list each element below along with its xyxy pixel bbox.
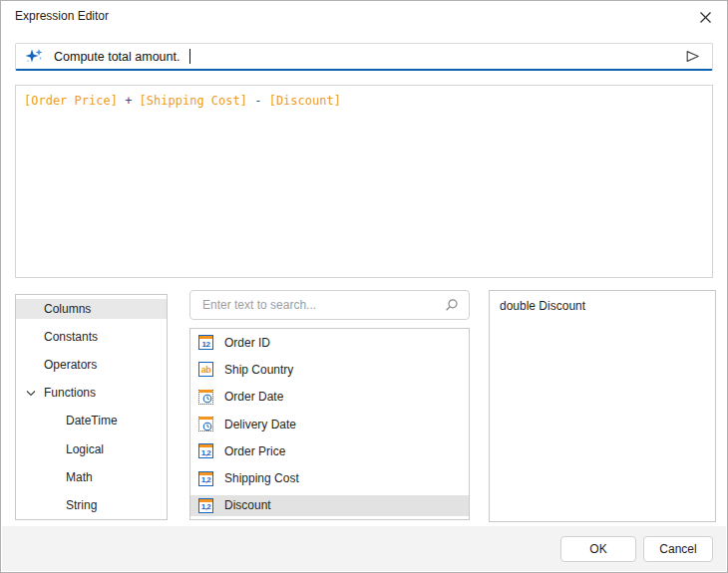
list-item-label: Shipping Cost — [224, 471, 299, 485]
tree-item-label: DateTime — [66, 414, 118, 428]
expression-column-token: [Discount] — [269, 94, 341, 108]
tree-item-label: Functions — [44, 386, 96, 400]
tree-item-columns[interactable]: Columns — [16, 295, 167, 323]
list-item-label: Discount — [224, 498, 271, 512]
tree-item-math[interactable]: Math — [16, 463, 167, 491]
list-item-order-date[interactable]: Order Date — [190, 384, 469, 411]
ai-prompt-input[interactable]: Compute total amount. — [15, 43, 713, 71]
list-item-shipping-cost[interactable]: 1,2 Shipping Cost — [190, 464, 469, 491]
list-item-order-id[interactable]: 12 Order ID — [190, 329, 469, 356]
expression-editor-dialog: Expression Editor Compute total amount. … — [0, 0, 728, 573]
search-box — [189, 290, 470, 320]
magnifier-icon[interactable] — [443, 297, 459, 313]
tree-item-datetime[interactable]: DateTime — [16, 407, 167, 434]
list-item-label: Ship Country — [224, 363, 293, 377]
expression-column-token: [Order Price] — [24, 94, 118, 108]
tree-item-string[interactable]: String — [16, 491, 167, 519]
close-button[interactable] — [693, 7, 717, 31]
date-column-icon — [198, 417, 213, 431]
integer-column-icon: 12 — [198, 335, 213, 350]
list-item-discount[interactable]: 1,2 Discount — [190, 492, 469, 519]
expression-operator-token: + — [118, 94, 140, 108]
cancel-button[interactable]: Cancel — [643, 536, 713, 562]
close-icon — [699, 10, 712, 28]
tree-item-label: String — [66, 498, 97, 512]
chevron-down-icon[interactable] — [25, 387, 37, 399]
ai-sparkles-icon — [25, 47, 44, 66]
expression-column-token: [Shipping Cost] — [140, 94, 247, 108]
list-item-label: Order Price — [224, 444, 285, 458]
item-description-text: double Discount — [500, 299, 585, 313]
search-input[interactable] — [200, 297, 437, 313]
string-column-icon: ab — [198, 362, 213, 377]
tree-item-label: Math — [66, 470, 93, 484]
expression-editor-area[interactable]: [Order Price] + [Shipping Cost] - [Disco… — [15, 85, 713, 278]
list-item-delivery-date[interactable]: Delivery Date — [190, 411, 469, 437]
tree-item-label: Operators — [44, 358, 97, 372]
dialog-title: Expression Editor — [15, 9, 109, 23]
date-column-icon — [198, 390, 213, 405]
category-tree: Columns Constants Operators Functions Da… — [15, 294, 168, 520]
send-button[interactable] — [681, 46, 703, 68]
item-description-panel: double Discount — [489, 290, 716, 522]
tree-item-label: Logical — [66, 442, 104, 456]
ai-prompt-text: Compute total amount. — [54, 50, 180, 64]
tree-item-label: Constants — [44, 330, 98, 344]
send-icon — [684, 48, 701, 65]
numeric-column-icon: 1,2 — [198, 471, 213, 486]
text-caret — [189, 49, 190, 64]
list-item-ship-country[interactable]: ab Ship Country — [190, 356, 469, 383]
columns-list: 12 Order ID ab Ship Country Order Date — [189, 328, 470, 520]
expression-operator-token: - — [247, 94, 269, 108]
numeric-column-icon: 1,2 — [198, 498, 213, 513]
tree-item-constants[interactable]: Constants — [16, 323, 167, 351]
list-item-label: Delivery Date — [224, 418, 296, 431]
list-item-label: Order ID — [224, 336, 270, 350]
tree-item-operators[interactable]: Operators — [16, 351, 167, 379]
dialog-footer: OK Cancel — [2, 526, 726, 571]
tree-item-label: Columns — [44, 302, 91, 316]
list-item-label: Order Date — [224, 390, 283, 404]
tree-item-logical[interactable]: Logical — [16, 434, 167, 462]
ok-button[interactable]: OK — [560, 536, 636, 562]
tree-item-functions[interactable]: Functions — [16, 379, 167, 407]
numeric-column-icon: 1,2 — [198, 443, 213, 458]
list-item-order-price[interactable]: 1,2 Order Price — [190, 437, 469, 464]
